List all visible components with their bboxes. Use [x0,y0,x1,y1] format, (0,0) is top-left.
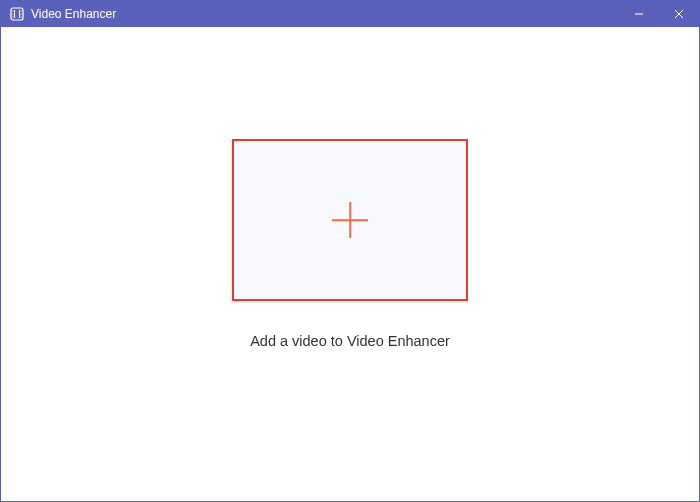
instruction-text: Add a video to Video Enhancer [250,333,450,349]
svg-point-5 [12,16,13,17]
titlebar: Video Enhancer [1,1,699,27]
add-video-dropzone[interactable] [232,139,468,301]
svg-point-6 [20,10,21,11]
window-controls [619,1,699,27]
close-button[interactable] [659,1,699,27]
main-content: Add a video to Video Enhancer [1,27,699,501]
app-window: Video Enhancer Add a video to Video Enha… [0,0,700,502]
svg-point-4 [12,13,13,14]
svg-point-7 [20,13,21,14]
svg-point-8 [20,16,21,17]
app-title: Video Enhancer [31,7,116,21]
plus-icon [332,202,368,238]
app-logo-icon [9,6,25,22]
svg-point-3 [12,10,13,11]
minimize-button[interactable] [619,1,659,27]
